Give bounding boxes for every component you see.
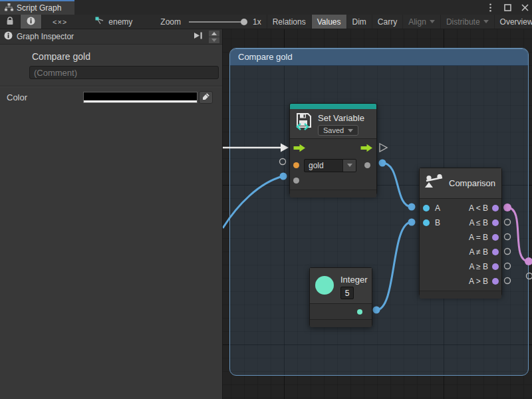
node-title: Comparison xyxy=(449,178,495,188)
color-swatch[interactable] xyxy=(84,92,197,102)
node-comparison[interactable]: Comparison A A < B B A ≤ B A = B A ≠ B A… xyxy=(419,168,502,296)
comment-input[interactable] xyxy=(29,66,219,79)
graph-inspector-panel: Graph Inspector Compare gold Color xyxy=(0,29,223,399)
flow-output-arrow[interactable] xyxy=(360,144,373,154)
info-icon xyxy=(27,17,35,27)
comparison-row: A = B xyxy=(420,230,501,245)
relations-button[interactable]: Relations xyxy=(267,15,311,29)
zoom-control: Zoom 1x xyxy=(155,15,266,29)
port-output-less-equal[interactable] xyxy=(492,219,499,226)
port-output-value[interactable] xyxy=(364,162,370,168)
tab-label: Script Graph xyxy=(17,3,61,13)
code-view-button[interactable]: <×> xyxy=(41,15,78,29)
info-icon xyxy=(4,31,13,42)
port-input-a[interactable] xyxy=(423,205,430,211)
eyedropper-icon xyxy=(202,92,210,102)
port-output-less[interactable] xyxy=(492,205,499,211)
align-dropdown-button[interactable]: Align xyxy=(402,15,440,29)
zoom-value: 1x xyxy=(253,17,261,27)
comparison-row: A ≠ B xyxy=(420,245,501,259)
window-maximize-icon[interactable] xyxy=(503,3,512,12)
window-close-icon[interactable] xyxy=(520,3,529,12)
distribute-dropdown-button[interactable]: Distribute xyxy=(440,15,494,29)
zoom-slider[interactable] xyxy=(189,21,246,23)
node-title: Integer xyxy=(340,275,367,285)
save-variable-icon xyxy=(295,112,313,133)
carry-button[interactable]: Carry xyxy=(372,15,402,29)
node-integer[interactable]: Integer 5 xyxy=(309,267,372,327)
variable-accent-bar xyxy=(290,104,376,109)
integer-value-input[interactable]: 5 xyxy=(340,287,354,299)
dock-panel-icon[interactable] xyxy=(193,31,203,42)
port-output-not-equal[interactable] xyxy=(492,249,499,255)
group-header[interactable]: Compare gold xyxy=(230,49,528,66)
node-footer xyxy=(310,319,372,327)
comparison-row: B A ≤ B xyxy=(420,215,501,230)
inspector-toggle-button[interactable] xyxy=(20,15,41,29)
scroll-down-button[interactable] xyxy=(209,37,219,43)
overview-button[interactable]: Overview xyxy=(494,15,532,29)
zoom-label: Zoom xyxy=(160,17,181,27)
color-label: Color xyxy=(7,92,78,102)
chevron-down-icon xyxy=(430,20,435,23)
lock-icon xyxy=(6,17,14,27)
graph-inspector-header: Graph Inspector xyxy=(0,29,222,45)
port-output-greater-equal[interactable] xyxy=(492,263,499,270)
flow-input-arrow[interactable] xyxy=(293,144,306,154)
tab-script-graph[interactable]: Script Graph xyxy=(0,0,74,15)
port-output-equal[interactable] xyxy=(492,234,499,241)
alpha-bar xyxy=(84,100,197,102)
comparison-row: A ≥ B xyxy=(420,259,501,274)
variable-kind-dropdown[interactable]: Saved xyxy=(318,125,358,136)
graph-title: Compare gold xyxy=(32,51,222,62)
graph-reference-breadcrumb[interactable]: enemy xyxy=(90,15,138,29)
graph-node-icon xyxy=(95,17,104,27)
scroll-up-button[interactable] xyxy=(209,31,219,37)
port-variable-name-input[interactable] xyxy=(293,162,299,168)
chevron-down-icon xyxy=(348,129,353,132)
port-input-b[interactable] xyxy=(423,219,430,226)
variable-name-dropdown[interactable]: gold xyxy=(304,159,356,172)
group-title: Compare gold xyxy=(238,52,293,62)
port-output-integer[interactable] xyxy=(357,309,362,315)
eyedropper-button[interactable] xyxy=(199,91,213,104)
lock-button[interactable] xyxy=(0,15,20,29)
graph-toolbar: <×> enemy Zoom 1x Relations Values Dim C… xyxy=(0,15,532,29)
code-icon: <×> xyxy=(53,18,67,26)
color-property-row: Color xyxy=(0,87,222,107)
script-graph-icon xyxy=(5,3,13,13)
integer-literal-icon xyxy=(315,276,334,295)
port-output-greater[interactable] xyxy=(492,278,499,285)
port-value-input[interactable] xyxy=(293,178,299,184)
comparison-scale-icon xyxy=(425,174,444,192)
dim-button[interactable]: Dim xyxy=(346,15,372,29)
chevron-down-icon xyxy=(483,20,489,23)
values-button[interactable]: Values xyxy=(311,15,346,29)
graph-canvas[interactable]: Compare gold xyxy=(223,29,532,399)
window-titlebar: Script Graph xyxy=(0,0,532,15)
chevron-down-icon xyxy=(342,160,356,172)
zoom-slider-knob[interactable] xyxy=(241,19,247,25)
node-title: Set Variable xyxy=(318,113,364,123)
node-footer xyxy=(420,291,501,299)
panel-scroll-spinner xyxy=(209,31,219,43)
node-footer xyxy=(290,190,376,198)
comparison-row: A A < B xyxy=(420,201,501,215)
panel-title: Graph Inspector xyxy=(17,32,74,41)
node-set-variable[interactable]: Set Variable Saved gold xyxy=(289,103,377,195)
window-menu-icon[interactable] xyxy=(485,3,495,12)
comparison-row: A > B xyxy=(420,274,501,289)
